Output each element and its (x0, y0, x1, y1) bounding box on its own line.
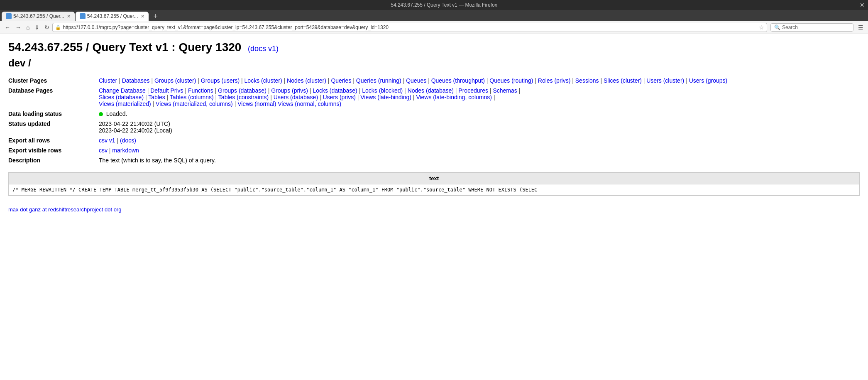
col-text: text (9, 173, 859, 184)
bookmark-icon[interactable]: ☆ (759, 24, 764, 31)
tab-1[interactable]: 54.243.67.255 / Quer... ✕ (76, 12, 149, 21)
row-text-cell: /* MERGE REWRITTEN */ CREATE TEMP TABLE … (9, 184, 859, 196)
export-csv-v1-link[interactable]: csv v1 (99, 137, 115, 144)
link-groups-privs[interactable]: Groups (privs) (271, 87, 308, 94)
status-updated-value: 2023-04-22 21:40:02 (UTC) 2023-04-22 22:… (99, 119, 860, 135)
search-icon: 🔍 (774, 25, 780, 30)
link-views-normal-columns[interactable]: Views (normal, columns) (278, 101, 341, 107)
link-users-database[interactable]: Users (database) (274, 94, 318, 101)
download-button[interactable]: ⇓ (32, 23, 42, 32)
page-content: 54.243.67.255 / Query Text v1 : Query 13… (0, 34, 868, 203)
new-tab-button[interactable]: + (151, 12, 161, 21)
link-nodes-cluster[interactable]: Nodes (cluster) (287, 77, 326, 84)
link-databases[interactable]: Databases (122, 77, 150, 84)
link-slices-database[interactable]: Slices (database) (99, 94, 144, 101)
docs-link[interactable]: (docs v1) (248, 44, 279, 53)
link-locks-cluster[interactable]: Locks (cluster) (245, 77, 282, 84)
data-loading-value: Loaded. (99, 109, 860, 119)
link-queues-throughput[interactable]: Queues (throughput) (431, 77, 485, 84)
export-visible-label: Export visible rows (8, 145, 99, 155)
window-close-button[interactable]: ✕ (860, 2, 865, 8)
link-views-materialized-columns[interactable]: Views (materialized, columns) (156, 101, 233, 107)
link-nodes-database[interactable]: Nodes (database) (408, 87, 454, 94)
result-table-header-row: text (9, 173, 859, 184)
link-users-privs[interactable]: Users (privs) (323, 94, 355, 101)
export-visible-markdown-link[interactable]: markdown (112, 147, 139, 154)
link-users-groups[interactable]: Users (groups) (689, 77, 728, 84)
link-schemas[interactable]: Schemas (493, 87, 517, 94)
export-visible-csv-link[interactable]: csv (99, 147, 108, 154)
export-all-label: Export all rows (8, 135, 99, 145)
data-loading-status: Loaded. (106, 110, 127, 117)
link-views-late-binding-columns[interactable]: Views (late-binding, columns) (416, 94, 492, 101)
cluster-pages-links: Cluster | Databases | Groups (cluster) |… (99, 76, 860, 86)
link-cluster[interactable]: Cluster (99, 77, 117, 84)
link-roles-privs[interactable]: Roles (privs) (538, 77, 571, 84)
export-docs-link[interactable]: (docs) (120, 137, 136, 144)
database-pages-row: Database Pages Change Database | Default… (8, 86, 860, 109)
title-bar: 54.243.67.255 / Query Text v1 — Mozilla … (0, 0, 868, 10)
search-placeholder: Search (782, 25, 798, 30)
contact-link[interactable]: max dot ganz at redshiftresearchproject … (8, 206, 121, 213)
status-local: 2023-04-22 22:40:02 (Local) (99, 127, 172, 134)
link-groups-database[interactable]: Groups (database) (218, 87, 267, 94)
window-title: 54.243.67.255 / Query Text v1 — Mozilla … (28, 2, 860, 8)
status-dot (99, 112, 103, 116)
link-queries[interactable]: Queries (331, 77, 351, 84)
tab-label-0: 54.243.67.255 / Quer... (13, 13, 64, 19)
page-footer: max dot ganz at redshiftresearchproject … (0, 203, 868, 216)
link-locks-database[interactable]: Locks (database) (313, 87, 357, 94)
link-slices-cluster[interactable]: Slices (cluster) (604, 77, 642, 84)
data-loading-label: Data loading status (8, 109, 99, 119)
table-row: /* MERGE REWRITTEN */ CREATE TEMP TABLE … (9, 184, 859, 196)
search-bar[interactable]: 🔍 Search (770, 23, 853, 32)
link-queues-routing[interactable]: Queues (routing) (489, 77, 533, 84)
link-tables[interactable]: Tables (148, 94, 165, 101)
info-table: Cluster Pages Cluster | Databases | Grou… (8, 76, 860, 165)
export-visible-value: csv | markdown (99, 145, 860, 155)
export-all-row: Export all rows csv v1 | (docs) (8, 135, 860, 145)
description-row: Description The text (which is to say, t… (8, 155, 860, 165)
link-views-normal[interactable]: Views (normal) (237, 101, 276, 107)
tab-favicon-0 (6, 13, 12, 19)
tab-favicon-1 (80, 13, 86, 19)
link-procedures[interactable]: Procedures (458, 87, 488, 94)
tab-label-1: 54.243.67.255 / Quer... (87, 13, 138, 19)
status-updated-row: Status updated 2023-04-22 21:40:02 (UTC)… (8, 119, 860, 135)
link-groups-cluster[interactable]: Groups (cluster) (154, 77, 196, 84)
link-tables-columns[interactable]: Tables (columns) (170, 94, 214, 101)
url-text: https://127.0.0.1/mgrc.py?page=cluster_q… (63, 25, 757, 30)
export-all-value: csv v1 | (docs) (99, 135, 860, 145)
link-queries-running[interactable]: Queries (running) (356, 77, 401, 84)
description-label: Description (8, 155, 99, 165)
link-locks-blocked[interactable]: Locks (blocked) (362, 87, 403, 94)
home-button[interactable]: ⌂ (24, 23, 32, 32)
lock-icon: 🔒 (55, 25, 61, 30)
browser-chrome: 54.243.67.255 / Query Text v1 — Mozilla … (0, 0, 868, 34)
link-tables-constraints[interactable]: Tables (constraints) (218, 94, 269, 101)
link-functions[interactable]: Functions (188, 87, 213, 94)
status-updated-label: Status updated (8, 119, 99, 135)
data-loading-row: Data loading status Loaded. (8, 109, 860, 119)
link-users-cluster[interactable]: Users (cluster) (646, 77, 684, 84)
url-bar[interactable]: 🔒 https://127.0.0.1/mgrc.py?page=cluster… (52, 23, 767, 32)
tab-close-1[interactable]: ✕ (141, 14, 144, 19)
refresh-button[interactable]: ↻ (42, 23, 51, 32)
result-table: text /* MERGE REWRITTEN */ CREATE TEMP T… (9, 172, 859, 196)
link-groups-users[interactable]: Groups (users) (201, 77, 240, 84)
forward-button[interactable]: → (13, 23, 23, 32)
tab-0[interactable]: 54.243.67.255 / Quer... ✕ (2, 12, 75, 21)
status-utc: 2023-04-22 21:40:02 (UTC) (99, 120, 170, 127)
link-sessions[interactable]: Sessions (575, 77, 599, 84)
export-visible-row: Export visible rows csv | markdown (8, 145, 860, 155)
link-change-database[interactable]: Change Database (99, 87, 146, 94)
db-path: dev / (8, 57, 860, 69)
link-queues[interactable]: Queues (406, 77, 426, 84)
back-button[interactable]: ← (2, 23, 12, 32)
link-views-materialized[interactable]: Views (materialized) (99, 101, 151, 107)
menu-button[interactable]: ☰ (856, 23, 866, 32)
result-table-wrapper: text /* MERGE REWRITTEN */ CREATE TEMP T… (8, 172, 860, 196)
link-views-late-binding[interactable]: Views (late-binding) (360, 94, 411, 101)
link-default-privs[interactable]: Default Privs (150, 87, 183, 94)
tab-close-0[interactable]: ✕ (67, 14, 71, 19)
